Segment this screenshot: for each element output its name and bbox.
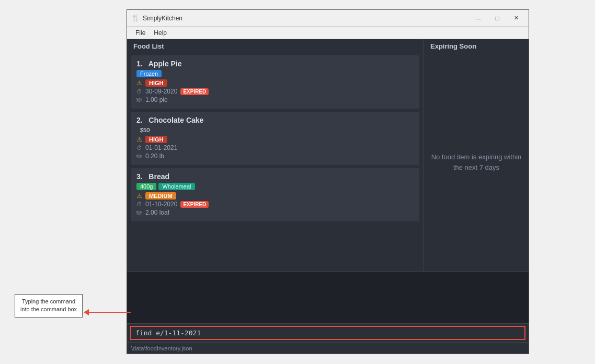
- food-date-row-2: ⏱ 01-01-2021: [136, 144, 414, 151]
- food-title-1: 1. Apple Pie: [136, 60, 414, 68]
- food-list-panel: Food List 1. Apple Pie Frozen ⚠ HIGH: [127, 39, 424, 271]
- food-date-3: 01-10-2020: [145, 201, 177, 208]
- food-tags-1: Frozen: [136, 70, 414, 77]
- command-input[interactable]: [130, 326, 525, 340]
- food-qty-row-2: 🍽 0.20 lb: [136, 152, 414, 160]
- terminal-area: [127, 271, 529, 323]
- app-window: 🍴 SimplyKitchen — □ ✕ File Help Food Lis…: [127, 9, 529, 354]
- priority-badge-2: HIGH: [145, 136, 167, 143]
- tag-400g: 400g: [136, 183, 156, 190]
- food-tags-3: 400g Wholemeal: [136, 183, 414, 190]
- annotation-arrow: [84, 309, 131, 315]
- warning-icon-2: ⚠: [136, 136, 142, 143]
- window-title: SimplyKitchen: [143, 15, 470, 22]
- maximize-button[interactable]: □: [489, 13, 506, 24]
- food-qty-2: 0.20 lb: [145, 152, 164, 160]
- food-qty-row-3: 🍽 2.00 loaf: [136, 209, 414, 216]
- title-bar: 🍴 SimplyKitchen — □ ✕: [127, 10, 529, 27]
- clock-icon-1: ⏱: [136, 88, 142, 95]
- food-list-header: Food List: [127, 39, 424, 53]
- food-qty-row-1: 🍽 1.00 pie: [136, 96, 414, 103]
- weight-icon-3: 🍽: [136, 209, 142, 216]
- food-card-2: 2. Chocolate Cake $50 ⚠ HIGH ⏱ 01-01-202…: [131, 112, 419, 165]
- food-tags-2: $50: [136, 126, 414, 134]
- food-date-row-3: ⏱ 01-10-2020 EXPIRED: [136, 201, 414, 208]
- status-path: \data\foodInventory.json: [131, 345, 192, 351]
- page-wrapper: 🍴 SimplyKitchen — □ ✕ File Help Food Lis…: [0, 0, 595, 364]
- warning-icon-3: ⚠: [136, 192, 142, 199]
- food-title-3: 3. Bread: [136, 172, 414, 181]
- weight-icon-2: 🍽: [136, 153, 142, 159]
- annotation-text: Typing the command into the command box: [20, 298, 77, 312]
- priority-badge-1: HIGH: [145, 79, 167, 87]
- status-bar: \data\foodInventory.json: [127, 342, 529, 354]
- food-date-2: 01-01-2021: [145, 144, 177, 151]
- clock-icon-3: ⏱: [136, 201, 142, 207]
- expiring-panel: Expiring Soon No food item is expiring w…: [424, 39, 529, 271]
- menu-file[interactable]: File: [131, 28, 150, 38]
- priority-badge-3: MEDIUM: [145, 192, 176, 199]
- annotation-box: Typing the command into the command box: [15, 294, 83, 318]
- food-priority-row-2: ⚠ HIGH: [136, 136, 414, 143]
- close-button[interactable]: ✕: [508, 13, 524, 24]
- expiring-header: Expiring Soon: [424, 39, 529, 53]
- arrow-head: [84, 309, 89, 315]
- food-card-3: 3. Bread 400g Wholemeal ⚠ MEDIUM ⏱ 0: [131, 168, 419, 221]
- expired-badge-3: EXPIRED: [180, 201, 209, 208]
- content-area: Food List 1. Apple Pie Frozen ⚠ HIGH: [127, 39, 529, 271]
- food-title-2: 2. Chocolate Cake: [136, 116, 414, 124]
- weight-icon-1: 🍽: [136, 97, 142, 103]
- arrow-line: [89, 312, 131, 313]
- tag-dollar50: $50: [136, 126, 153, 134]
- command-box-area: [127, 323, 529, 342]
- food-list-scroll[interactable]: 1. Apple Pie Frozen ⚠ HIGH ⏱ 30-09-2020: [127, 53, 424, 271]
- window-controls: — □ ✕: [470, 13, 524, 24]
- menu-bar: File Help: [127, 27, 529, 39]
- menu-help[interactable]: Help: [150, 28, 171, 38]
- clock-icon-2: ⏱: [136, 145, 142, 151]
- food-qty-3: 2.00 loaf: [145, 209, 169, 216]
- food-date-row-1: ⏱ 30-09-2020 EXPIRED: [136, 88, 414, 95]
- food-qty-1: 1.00 pie: [145, 96, 168, 103]
- expired-badge-1: EXPIRED: [180, 88, 209, 95]
- expiring-empty-message: No food item is expiring within the next…: [430, 152, 522, 172]
- expiring-content: No food item is expiring within the next…: [424, 53, 529, 271]
- food-date-1: 30-09-2020: [145, 88, 177, 95]
- minimize-button[interactable]: —: [470, 13, 487, 24]
- warning-icon-1: ⚠: [136, 79, 142, 87]
- food-priority-row-1: ⚠ HIGH: [136, 79, 414, 87]
- food-card-1: 1. Apple Pie Frozen ⚠ HIGH ⏱ 30-09-2020: [131, 55, 419, 109]
- app-icon: 🍴: [131, 14, 140, 22]
- tag-frozen: Frozen: [136, 70, 162, 77]
- tag-wholemeal: Wholemeal: [158, 183, 194, 190]
- food-priority-row-3: ⚠ MEDIUM: [136, 192, 414, 199]
